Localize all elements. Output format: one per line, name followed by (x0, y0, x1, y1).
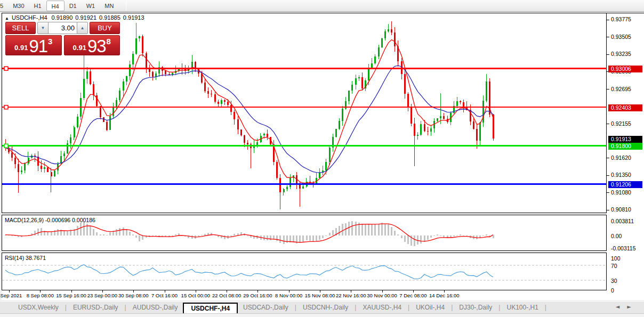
timeframe-toolbar: 5M30H1H4D1W1MN (0, 0, 644, 12)
status-strip (0, 313, 644, 317)
buy-price-display[interactable]: 0.91938 (64, 35, 120, 55)
timeframe-button-5[interactable]: 5 (0, 1, 8, 11)
price-axis-label: 0.93235 (611, 51, 631, 58)
sell-price-big: 91 (29, 38, 47, 54)
date-axis-label: 8 Nov 00:00 (275, 292, 302, 298)
tab-separator: | (122, 304, 130, 311)
tab-separator: | (62, 304, 70, 311)
price-axis-tick (607, 89, 609, 90)
timeframe-button-h1[interactable]: H1 (29, 1, 46, 11)
date-axis-label: 14 Dec 16:00 (429, 292, 460, 298)
price-chart-panel[interactable]: ▲USDCHF-,H40.918900.919210.918850.91913 … (2, 13, 607, 213)
toolbar-separator (126, 1, 126, 11)
price-level-badge: 0.91800 (608, 143, 642, 150)
rsi-axis-label: 30 (611, 278, 617, 285)
price-axis-tick (607, 192, 609, 193)
date-axis-label: 23 Sep 00:00 (87, 292, 118, 298)
tab-usdx-weekly[interactable]: USDX,Weekly (15, 304, 62, 311)
price-level-badge: 0.92403 (608, 104, 642, 111)
price-level-badge: 0.91206 (608, 181, 642, 188)
sell-button[interactable]: SELL (5, 22, 36, 34)
volume-decrease-button[interactable]: ▼ (37, 22, 49, 34)
price-axis-label: 0.93775 (611, 16, 631, 23)
date-axis-label: 15 Oct 00:00 (181, 292, 210, 298)
trading-terminal: 5M30H1H4D1W1MN ▲USDCHF-,H40.918900.91921… (0, 0, 644, 317)
date-axis-label: 15 Sep 16:00 (56, 292, 86, 298)
volume-input[interactable] (49, 22, 77, 34)
tab-usdcnh-daily[interactable]: USDCNH-,Daily (300, 304, 351, 311)
chevron-down-icon: ▼ (41, 26, 45, 30)
tab-separator: | (448, 304, 456, 311)
price-axis-label: 0.91080 (611, 189, 631, 196)
chevron-up-icon: ▲ (80, 26, 85, 30)
tab-eurusd-daily[interactable]: EURUSD-,Daily (70, 304, 122, 311)
timeframe-button-w1[interactable]: W1 (82, 1, 100, 11)
rsi-chart[interactable] (2, 253, 606, 290)
tab-audusd-daily[interactable]: AUDUSD-,Daily (130, 304, 181, 311)
one-click-trade-panel: SELL ▼ ▲ BUY 0.91913 0.91938 (5, 22, 120, 55)
tab-separator: | (542, 304, 550, 311)
chart-tab-bar: USDX,Weekly|EURUSD-,Daily|AUDUSD-,DailyU… (0, 301, 644, 313)
tab-ukoil-h4[interactable]: UKOil-,H4 (413, 304, 448, 311)
timeframe-button-d1[interactable]: D1 (65, 1, 82, 11)
date-axis-label: 8 Sep 08:00 (27, 292, 54, 298)
chart-collapse-icon[interactable]: ▲ (5, 16, 9, 21)
sell-price-display[interactable]: 0.91913 (5, 35, 62, 55)
price-axis-label: 0.91620 (611, 155, 631, 161)
buy-price-pip: 8 (107, 37, 111, 46)
chart-symbol-label: USDCHF-,H4 (12, 14, 47, 21)
date-axis-label: 7 Oct 16:00 (151, 292, 178, 298)
tabs-scroll-right-icon[interactable]: ► (627, 304, 639, 310)
ohlc-low: 0.91885 (99, 14, 120, 21)
tab-usdcad-daily[interactable]: USDCAD-,Daily (240, 304, 292, 311)
price-axis-tick (607, 20, 609, 20)
sell-price-pip: 3 (48, 37, 52, 46)
date-axis-label: 30 Sep 08:00 (118, 292, 149, 298)
buy-price-big: 93 (87, 38, 106, 54)
price-axis-tick (607, 210, 609, 210)
date-axis-label: 29 Oct 16:00 (243, 292, 272, 298)
price-axis-label: 0.91350 (611, 172, 631, 178)
buy-button[interactable]: BUY (90, 22, 120, 34)
ohlc-open: 0.91890 (52, 14, 73, 21)
tab-separator: | (495, 304, 503, 311)
tab-uk100-h1[interactable]: UK100-,H1 (503, 304, 541, 311)
price-axis-tick (607, 37, 609, 37)
date-axis-label: 30 Nov 00:00 (367, 292, 397, 298)
timeframe-button-m30[interactable]: M30 (8, 1, 29, 11)
date-axis-label: 22 Oct 08:00 (212, 292, 241, 298)
price-axis-tick (607, 158, 609, 158)
timeframe-button-h4[interactable]: H4 (46, 1, 65, 11)
price-level-badge: 0.93006 (608, 66, 642, 72)
price-axis-tick (607, 54, 609, 55)
tabs-scroll-left-icon[interactable]: ◄ (616, 304, 627, 310)
chart-info-line: ▲USDCHF-,H40.918900.919210.918850.91913 (5, 14, 147, 21)
rsi-axis-label: 70 (611, 263, 617, 270)
macd-axis-label: -0.003115 (611, 245, 636, 252)
price-level-badge: 0.91913 (608, 136, 642, 143)
date-axis-label: 1 Sep 2021 (0, 292, 22, 298)
ohlc-close: 0.91913 (123, 14, 144, 21)
rsi-indicator-panel[interactable]: RSI(14) 38.7671 (2, 253, 607, 290)
macd-indicator-panel[interactable]: MACD(12,26,9) -0.000696 0.000186 (2, 215, 607, 251)
price-axis-tick (607, 124, 609, 124)
price-axis[interactable]: 0.937750.935050.932350.929650.926950.921… (607, 13, 644, 300)
tab-usdchf-h4[interactable]: USDCHF-,H4 (183, 303, 238, 314)
date-axis[interactable]: 1 Sep 20218 Sep 08:0015 Sep 16:0023 Sep … (2, 290, 607, 300)
timeframe-button-mn[interactable]: MN (100, 1, 118, 11)
date-axis-label: 7 Dec 08:00 (399, 292, 426, 298)
price-axis-label: 0.90810 (611, 206, 631, 213)
rsi-axis-label: 0 (611, 287, 614, 294)
price-axis-tick (607, 175, 609, 176)
tab-separator: | (351, 304, 359, 311)
ohlc-high: 0.91921 (75, 14, 96, 21)
buy-price-prefix: 0.91 (73, 44, 86, 52)
price-axis-label: 0.92695 (611, 86, 631, 93)
macd-axis-label: 0.00 (611, 233, 622, 240)
tab-separator: | (292, 304, 300, 311)
rsi-axis-label: 100 (611, 255, 621, 262)
volume-increase-button[interactable]: ▲ (77, 22, 88, 34)
price-axis-label: 0.92155 (611, 120, 631, 127)
tab-dj30-daily[interactable]: DJ30-,Daily (456, 304, 495, 311)
tab-xauusd-h4[interactable]: XAUUSD-,H4 (359, 304, 405, 311)
